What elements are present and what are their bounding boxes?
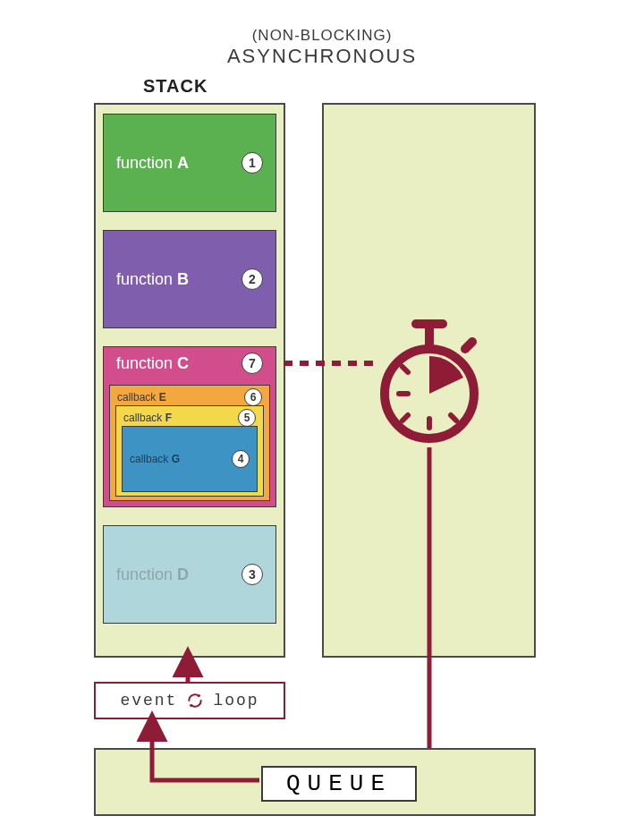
queue-block: QUEUE xyxy=(94,748,536,816)
stack-label: STACK xyxy=(143,76,208,97)
callback-frame-g: callback G 4 xyxy=(122,426,258,492)
callback-g-order-badge: 4 xyxy=(232,450,250,468)
callback-frame-e: callback E 6 callback F 5 callba xyxy=(109,385,270,501)
svg-line-10 xyxy=(402,415,408,421)
stack-frame-b: function B 2 xyxy=(103,230,276,328)
callback-e-order-badge: 6 xyxy=(244,388,262,406)
stopwatch-icon xyxy=(367,313,492,447)
frame-d-label: function D xyxy=(116,565,242,584)
frame-b-label: function B xyxy=(116,270,242,289)
event-loop-right-label: loop xyxy=(213,692,258,710)
event-loop-left-label: event xyxy=(120,692,177,710)
frame-d-order-badge: 3 xyxy=(242,564,263,585)
refresh-icon xyxy=(186,692,204,710)
frame-c-label: function C xyxy=(116,354,242,373)
queue-label: QUEUE xyxy=(261,766,417,802)
header-subtitle: (NON-BLOCKING) xyxy=(0,27,644,45)
svg-line-9 xyxy=(402,367,408,372)
svg-line-8 xyxy=(451,415,456,421)
callback-f-label: callback F xyxy=(123,412,172,424)
svg-line-5 xyxy=(465,342,472,349)
header-title: ASYNCHRONOUS xyxy=(0,45,644,68)
stack-frame-d: function D 3 xyxy=(103,525,276,624)
callback-g-label: callback G xyxy=(130,453,180,465)
callback-f-order-badge: 5 xyxy=(238,409,256,427)
stack-frame-a: function A 1 xyxy=(103,114,276,212)
callback-frame-f: callback F 5 callback G 4 xyxy=(115,405,264,497)
callback-e-label: callback E xyxy=(117,391,166,404)
stack-frame-c: function C 7 callback E 6 callback F xyxy=(103,346,276,507)
frame-a-label: function A xyxy=(116,154,242,173)
frame-c-order-badge: 7 xyxy=(242,353,263,374)
frame-a-order-badge: 1 xyxy=(242,152,263,174)
frame-b-order-badge: 2 xyxy=(242,268,263,290)
event-loop-box: event loop xyxy=(94,682,285,719)
stack-column: function A 1 function B 2 function C 7 xyxy=(94,103,285,658)
